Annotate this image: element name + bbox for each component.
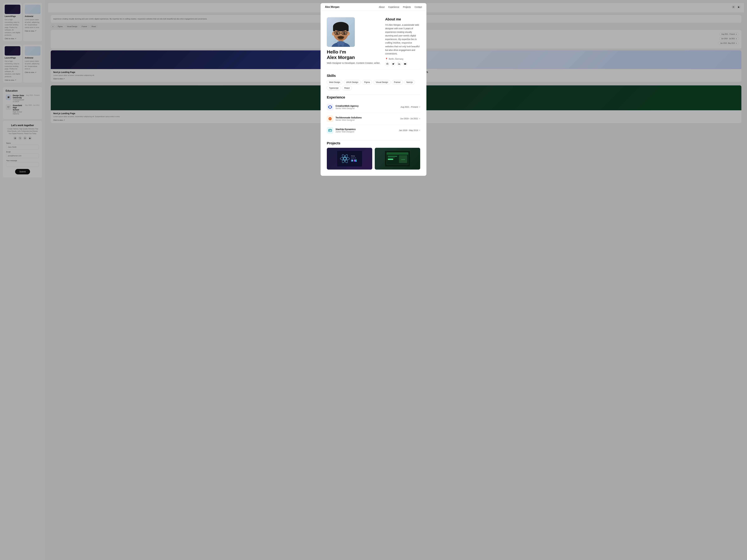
modal-navbar: Alex Morgan About Experience Projects Co… [320,3,427,11]
hero-right: About me I'm Alex Morgan, a passionate w… [385,17,420,66]
exp-logo-1 [327,115,333,122]
skill-tag-4: Framer [392,80,403,84]
exp-role-1: Senior Web Designer [336,119,398,121]
nav-contact[interactable]: Contact [415,6,422,8]
about-title: About me [385,17,420,21]
svg-point-17 [344,32,345,33]
modal-overlay: Alex Morgan About Experience Projects Co… [0,0,747,560]
nav-logo: Alex Morgan [325,6,339,8]
exp-company-2: StartUp Dynamics [336,128,397,131]
exp-date-1[interactable]: Jun 2019 - Jul 2021 ∨ [400,117,420,120]
skill-tag-1: UI/UX Design [344,80,361,84]
hero-left: Hello I'm Alex Morgan Web Designer & Dev… [327,17,380,64]
modal-window: Alex Morgan About Experience Projects Co… [320,3,427,176]
svg-point-15 [343,32,346,34]
skill-tag-7: React [342,86,352,90]
svg-point-21 [398,63,398,63]
nav-projects[interactable]: Projects [403,6,411,8]
about-bio: I'm Alex Morgan, a passionate web design… [385,23,420,56]
exp-info-2: StartUp Dynamics Junior Web Designer [336,128,397,133]
hero-subtitle: Web Designer & Developer, Content Creato… [327,61,380,64]
svg-point-16 [337,32,338,33]
svg-text:Launch: Launch [401,159,405,160]
skill-tag-6: Typescript [327,86,341,90]
svg-point-39 [356,161,357,162]
exp-date-0[interactable]: Aug 2021 - Present ∨ [401,106,420,108]
hero-greeting-name: Hello I'm Alex Morgan [327,49,380,60]
project-card-0[interactable]: Next.js Starter Kit TS [327,148,372,169]
github-icon[interactable] [385,62,389,66]
exp-item-2: StartUp Dynamics Junior Web Designer Jan… [327,125,420,136]
svg-rect-44 [388,157,395,158]
svg-point-8 [347,32,350,35]
chevron-2: ∨ [419,129,420,131]
youtube-icon[interactable] [403,62,407,66]
svg-point-14 [336,32,338,34]
projects-section: Projects Next.js [320,141,427,176]
skill-tag-5: Next.js [404,80,415,84]
nav-links: About Experience Projects Contact [379,6,422,8]
linkedin-icon[interactable] [397,62,401,66]
experience-title: Experience [327,95,420,99]
hero-section: Hello I'm Alex Morgan Web Designer & Dev… [320,11,427,69]
chevron-1: ∨ [419,117,420,119]
svg-text:Starter Kit: Starter Kit [351,157,356,159]
project-0-visual: Next.js Starter Kit TS [337,151,362,166]
exp-date-2[interactable]: Jan 2018 - May 2019 ∨ [399,129,420,131]
hero-title-block: Hello I'm Alex Morgan Web Designer & Dev… [327,49,380,64]
location-pin-icon: 📍 [385,58,388,60]
project-1-visual: Launch [385,151,410,166]
skill-tag-0: Web Design [327,80,342,84]
chevron-0: ∨ [419,106,420,108]
svg-point-7 [332,32,335,35]
exp-info-0: CreativeWeb Agency Senior Web Designer [336,105,398,109]
svg-rect-5 [333,26,335,31]
svg-point-20 [338,36,344,39]
projects-title: Projects [327,141,420,145]
svg-text:Next.js: Next.js [351,155,355,157]
experience-section: Experience CreativeWeb Agency Senior Web… [320,95,427,140]
skills-tags-row: Web Design UI/UX Design Figma Visual Des… [327,80,420,90]
exp-item-1: TechInnovate Solutions Senior Web Design… [327,113,420,125]
avatar-svg [327,17,355,47]
nav-about[interactable]: About [379,6,385,8]
exp-logo-0 [327,104,333,110]
twitter-icon[interactable] [391,62,395,66]
exp-role-0: Senior Web Designer [336,107,398,109]
skills-section: Skills Web Design UI/UX Design Figma Vis… [320,70,427,95]
svg-text:TS: TS [352,160,353,161]
location-row: 📍 Berlin, Germany [385,58,420,60]
exp-role-2: Junior Web Designer [336,131,397,133]
exp-logo-2 [327,127,333,134]
exp-company-0: CreativeWeb Agency [336,105,398,107]
exp-item-0: CreativeWeb Agency Senior Web Designer A… [327,101,420,113]
nav-experience[interactable]: Experience [388,6,399,8]
greeting: Hello I'm [327,49,346,54]
skill-tag-2: Figma [362,80,372,84]
svg-rect-42 [387,153,408,155]
svg-rect-6 [346,26,349,31]
svg-rect-43 [388,156,397,157]
skills-title: Skills [327,74,420,78]
svg-rect-38 [356,159,357,161]
skill-tag-3: Visual Design [374,80,390,84]
social-icons [385,62,420,66]
exp-company-1: TechInnovate Solutions [336,116,398,119]
exp-info-1: TechInnovate Solutions Senior Web Design… [336,116,398,121]
location-text: Berlin, Germany [389,58,403,60]
projects-grid: Next.js Starter Kit TS [327,148,420,169]
project-card-1[interactable]: Launch [375,148,420,169]
hero-name: Alex Morgan [327,55,355,60]
svg-rect-45 [388,159,393,160]
avatar [327,17,355,47]
svg-rect-37 [354,159,356,162]
